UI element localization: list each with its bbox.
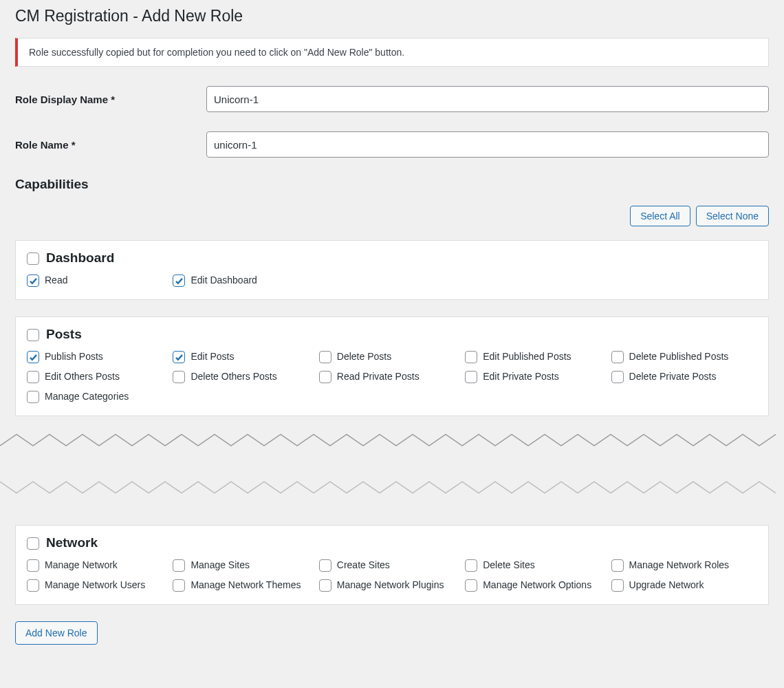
capability-label: Manage Network Plugins	[337, 579, 444, 592]
checkbox-unchecked-icon[interactable]	[27, 559, 39, 572]
page-title: CM Registration - Add New Role	[15, 7, 769, 25]
select-all-button[interactable]: Select All	[630, 206, 690, 226]
checkbox-unchecked-icon[interactable]	[319, 559, 331, 572]
capability-label: Upgrade Network	[629, 579, 704, 592]
capability-label: Edit Private Posts	[483, 370, 559, 383]
capability-item[interactable]: Upgrade Network	[611, 579, 757, 592]
capability-group: PostsPublish PostsEdit PostsDelete Posts…	[15, 316, 769, 416]
capability-label: Delete Private Posts	[629, 370, 717, 383]
checkbox-unchecked-icon[interactable]	[27, 579, 39, 592]
capability-label: Read Private Posts	[337, 370, 420, 383]
capability-item[interactable]: Edit Dashboard	[173, 274, 318, 287]
capability-label: Manage Network	[45, 559, 118, 572]
capability-label: Manage Sites	[190, 559, 250, 572]
checkbox-unchecked-icon[interactable]	[465, 579, 477, 592]
group-checkbox[interactable]	[27, 329, 39, 341]
capability-item[interactable]: Manage Network Themes	[173, 579, 318, 592]
add-new-role-button[interactable]: Add New Role	[15, 621, 98, 645]
checkbox-checked-icon[interactable]	[173, 351, 185, 363]
capability-group: NetworkManage NetworkManage SitesCreate …	[15, 525, 769, 605]
capability-item[interactable]: Manage Network	[27, 559, 173, 572]
capability-label: Read	[45, 274, 67, 287]
capability-item[interactable]: Edit Published Posts	[465, 350, 611, 363]
capability-item[interactable]: Edit Others Posts	[27, 370, 173, 383]
capability-label: Delete Others Posts	[190, 370, 276, 383]
capability-item[interactable]: Manage Network Roles	[611, 559, 757, 572]
capability-label: Delete Sites	[483, 559, 534, 572]
capability-label: Manage Network Roles	[629, 559, 730, 572]
capability-label: Delete Published Posts	[629, 350, 729, 363]
capability-label: Edit Dashboard	[190, 274, 257, 287]
capability-item[interactable]: Edit Posts	[173, 350, 318, 363]
checkbox-checked-icon[interactable]	[27, 351, 39, 363]
group-checkbox[interactable]	[27, 252, 39, 265]
role-display-name-label: Role Display Name *	[15, 94, 206, 105]
capability-label: Edit Others Posts	[45, 370, 120, 383]
capability-label: Delete Posts	[337, 350, 391, 363]
checkbox-unchecked-icon[interactable]	[173, 371, 185, 383]
capability-item[interactable]: Manage Network Plugins	[319, 579, 465, 592]
capability-item[interactable]: Publish Posts	[27, 350, 173, 363]
checkbox-unchecked-icon[interactable]	[611, 351, 624, 363]
capability-label: Manage Categories	[45, 390, 129, 403]
capability-item[interactable]: Create Sites	[319, 559, 465, 572]
group-title: Posts	[46, 327, 82, 342]
capability-label: Publish Posts	[45, 350, 103, 363]
capability-item[interactable]: Delete Posts	[319, 350, 465, 363]
capability-label: Edit Published Posts	[483, 350, 571, 363]
capability-item[interactable]: Delete Sites	[465, 559, 611, 572]
checkbox-unchecked-icon[interactable]	[319, 371, 331, 383]
capability-item[interactable]: Edit Private Posts	[465, 370, 611, 383]
capability-item[interactable]: Read	[27, 274, 173, 287]
capability-item[interactable]: Delete Others Posts	[173, 370, 318, 383]
capability-label: Manage Network Users	[45, 579, 145, 592]
role-name-input[interactable]	[206, 131, 769, 158]
notice-text: Role successfully copied but for complet…	[29, 47, 404, 58]
group-checkbox[interactable]	[27, 537, 39, 550]
checkbox-unchecked-icon[interactable]	[465, 351, 477, 363]
capability-label: Manage Network Options	[483, 579, 591, 592]
capability-item[interactable]: Read Private Posts	[319, 370, 465, 383]
capability-item[interactable]: Manage Categories	[27, 390, 173, 403]
checkbox-unchecked-icon[interactable]	[611, 559, 624, 572]
capability-group: DashboardReadEdit Dashboard	[15, 240, 769, 300]
checkbox-unchecked-icon[interactable]	[173, 559, 185, 572]
checkbox-unchecked-icon[interactable]	[27, 391, 39, 403]
group-title: Dashboard	[46, 250, 114, 266]
checkbox-unchecked-icon[interactable]	[465, 371, 477, 383]
checkbox-unchecked-icon[interactable]	[465, 559, 477, 572]
capability-label: Manage Network Themes	[190, 579, 301, 592]
capability-item[interactable]: Manage Sites	[173, 559, 318, 572]
checkbox-unchecked-icon[interactable]	[611, 371, 624, 383]
capabilities-heading: Capabilities	[15, 177, 769, 192]
checkbox-checked-icon[interactable]	[173, 275, 185, 287]
checkbox-unchecked-icon[interactable]	[319, 351, 331, 363]
capability-label: Edit Posts	[190, 350, 234, 363]
role-display-name-input[interactable]	[206, 86, 769, 112]
capability-item[interactable]: Manage Network Users	[27, 579, 173, 592]
group-title: Network	[46, 535, 98, 550]
checkbox-unchecked-icon[interactable]	[319, 579, 331, 592]
capability-label: Create Sites	[337, 559, 390, 572]
role-name-label: Role Name *	[15, 139, 206, 151]
checkbox-unchecked-icon[interactable]	[173, 579, 185, 592]
content-cut-indicator	[0, 433, 784, 497]
capability-item[interactable]: Delete Private Posts	[611, 370, 757, 383]
select-none-button[interactable]: Select None	[696, 206, 769, 226]
checkbox-unchecked-icon[interactable]	[27, 371, 39, 383]
checkbox-unchecked-icon[interactable]	[611, 579, 624, 592]
capability-item[interactable]: Manage Network Options	[465, 579, 611, 592]
capability-item[interactable]: Delete Published Posts	[611, 350, 757, 363]
checkbox-checked-icon[interactable]	[27, 275, 39, 287]
notice-banner: Role successfully copied but for complet…	[15, 38, 769, 67]
